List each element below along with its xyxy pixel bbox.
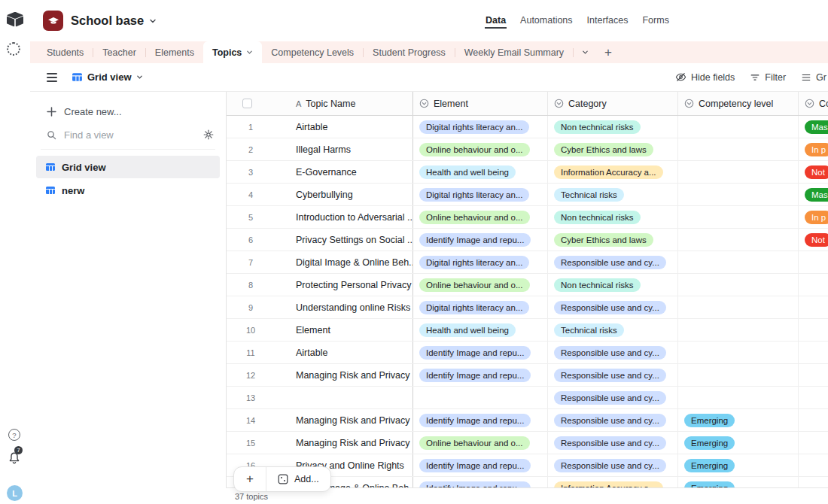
cell-level[interactable] [678, 274, 799, 296]
view-switcher[interactable]: Grid view [72, 71, 143, 83]
hide-fields-button[interactable]: Hide fields [675, 71, 735, 83]
cell-category[interactable]: Responsible use and cy... [548, 364, 678, 386]
cell-level[interactable] [678, 296, 799, 318]
cell-status[interactable]: In p [799, 206, 828, 228]
cell-element[interactable]: Digital rights literacy an... [413, 116, 548, 138]
tab-students[interactable]: Students [38, 41, 93, 63]
add-options-button[interactable]: Add... [266, 467, 330, 491]
cell-status[interactable] [799, 432, 828, 454]
cell-status[interactable] [799, 274, 828, 296]
add-row-button[interactable]: + [234, 467, 266, 491]
table-row[interactable]: 7Digital Image & Online Beh...Digital ri… [227, 251, 828, 274]
cell-topic-name[interactable]: Element [275, 319, 413, 341]
cell-element[interactable]: Health and well being [413, 319, 548, 341]
cell-element[interactable]: Online behaviour and o... [413, 432, 548, 454]
tab-teacher[interactable]: Teacher [93, 41, 145, 63]
cell-status[interactable]: Not [799, 229, 828, 250]
cell-element[interactable]: Online behaviour and o... [413, 206, 548, 228]
nav-item-interfaces[interactable]: Interfaces [586, 13, 629, 29]
cell-category[interactable]: Information Accuracy a... [548, 477, 678, 487]
cell-level[interactable] [678, 116, 799, 138]
cell-level[interactable] [678, 364, 799, 386]
cell-element[interactable]: Digital rights literacy an... [413, 251, 548, 273]
cell-category[interactable]: Non technical risks [548, 116, 678, 138]
cell-level[interactable] [678, 161, 799, 183]
cell-level[interactable] [678, 184, 799, 205]
cell-element[interactable]: Online behaviour and o... [413, 138, 548, 160]
cell-level[interactable] [678, 229, 799, 250]
cell-level[interactable] [678, 387, 799, 408]
cell-topic-name[interactable]: Digital Image & Online Beh... [275, 251, 413, 273]
table-row[interactable]: 10ElementHealth and well beingTechnical … [227, 319, 828, 342]
cell-status[interactable]: Not [799, 161, 828, 183]
cell-category[interactable]: Cyber Ethics and laws [548, 138, 678, 160]
sidebar-view-nerw[interactable]: nerw [36, 179, 220, 202]
cell-status[interactable]: Mas [799, 116, 828, 138]
tabs-expand-chevron[interactable] [574, 41, 597, 63]
cell-element[interactable]: Health and well being [413, 161, 548, 183]
cell-topic-name[interactable]: Protecting Personal Privacy [275, 274, 413, 296]
tab-student-progress[interactable]: Student Progress [364, 41, 455, 63]
view-sidebar-toggle-icon[interactable] [47, 73, 57, 82]
cell-topic-name[interactable]: Airtable [275, 342, 413, 363]
avatar[interactable]: L [7, 485, 23, 501]
cell-status[interactable] [799, 342, 828, 363]
cell-status[interactable] [799, 409, 828, 431]
find-view-input[interactable]: Find a view [47, 123, 214, 146]
cell-element[interactable]: Identify Image and repu... [413, 229, 548, 250]
gr-button[interactable]: Gr [801, 72, 826, 83]
column-header-element[interactable]: Element [413, 92, 548, 115]
table-row[interactable]: 15Managing Risk and Privacy ...Online be… [227, 432, 828, 454]
cell-status[interactable] [799, 251, 828, 273]
cell-topic-name[interactable]: Cyberbullying [275, 184, 413, 205]
cell-category[interactable]: Responsible use and cy... [548, 432, 678, 454]
tab-weekly-email-summary[interactable]: Weekly Email Summary [455, 41, 573, 63]
cell-topic-name[interactable]: Managing Risk and Privacy ... [275, 364, 413, 386]
create-new-view-button[interactable]: Create new... [47, 101, 226, 122]
table-row[interactable]: 14Managing Risk and Privacy ...Identify … [227, 409, 828, 432]
help-button[interactable]: ? [8, 429, 20, 441]
cell-status[interactable] [799, 477, 828, 487]
cell-category[interactable]: Cyber Ethics and laws [548, 229, 678, 250]
cell-category[interactable]: Responsible use and cy... [548, 342, 678, 363]
tab-topics[interactable]: Topics [203, 41, 262, 63]
gear-icon[interactable] [203, 129, 214, 140]
cell-element[interactable]: Identify Image and repu... [413, 364, 548, 386]
cell-topic-name[interactable]: Illegal Harms [275, 138, 413, 160]
cell-level[interactable] [678, 138, 799, 160]
cell-element[interactable]: Digital rights literacy an... [413, 296, 548, 318]
cell-topic-name[interactable]: Privacy Settings on Social ... [275, 229, 413, 250]
cell-topic-name[interactable]: Understanding online Risks [275, 296, 413, 318]
table-row[interactable]: 11AirtableIdentify Image and repu...Resp… [227, 342, 828, 364]
cell-level[interactable]: Emerging [678, 477, 799, 487]
cell-topic-name[interactable]: Managing Risk and Privacy ... [275, 432, 413, 454]
select-all-checkbox[interactable] [242, 99, 252, 108]
cell-topic-name[interactable]: Airtable [275, 116, 413, 138]
nav-item-data[interactable]: Data [485, 13, 507, 29]
cell-category[interactable]: Technical risks [548, 184, 678, 205]
cell-element[interactable]: Identify Image and repu... [413, 477, 548, 487]
cell-category[interactable]: Information Accuracy a... [548, 161, 678, 183]
cell-status[interactable] [799, 454, 828, 476]
cell-category[interactable]: Responsible use and cy... [548, 409, 678, 431]
nav-item-automations[interactable]: Automations [519, 13, 573, 29]
cell-category[interactable]: Responsible use and cy... [548, 387, 678, 408]
cell-topic-name[interactable] [275, 387, 413, 408]
table-row[interactable]: 2Illegal HarmsOnline behaviour and o...C… [227, 138, 828, 161]
table-row[interactable]: 5Introduction to Adversarial ...Online b… [227, 206, 828, 229]
cell-level[interactable] [678, 206, 799, 228]
tab-competency-levels[interactable]: Competency Levels [262, 41, 363, 63]
cell-category[interactable]: Non technical risks [548, 206, 678, 228]
cell-category[interactable]: Responsible use and cy... [548, 454, 678, 476]
table-row[interactable]: 13Responsible use and cy... [227, 387, 828, 409]
table-row[interactable]: 12Managing Risk and Privacy ...Identify … [227, 364, 828, 387]
airtable-logo-icon[interactable] [6, 11, 24, 28]
column-header-category[interactable]: Category [548, 92, 678, 115]
cell-element[interactable]: Digital rights literacy an... [413, 184, 548, 205]
column-header-competency-level[interactable]: Competency level [678, 92, 799, 115]
cell-topic-name[interactable]: Introduction to Adversarial ... [275, 206, 413, 228]
tab-elements[interactable]: Elements [146, 41, 203, 63]
cell-status[interactable]: Mas [799, 184, 828, 205]
table-row[interactable]: 3E-GovernanceHealth and well beingInform… [227, 161, 828, 184]
cell-level[interactable]: Emerging [678, 454, 799, 476]
